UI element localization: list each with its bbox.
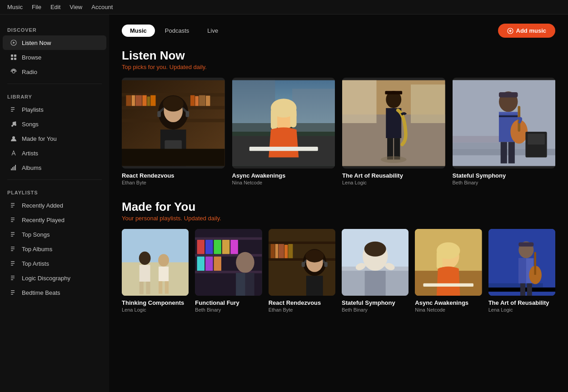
svg-point-102 bbox=[139, 252, 151, 265]
mfy-card-thinking-components[interactable]: Thinking Components Lena Logic bbox=[122, 229, 189, 313]
tab-live[interactable]: Live bbox=[199, 25, 226, 37]
sidebar-item-playlists[interactable]: Playlists bbox=[3, 102, 106, 117]
top-songs-label: Top Songs bbox=[22, 231, 50, 238]
svg-rect-29 bbox=[11, 261, 15, 262]
mfy-stateful-artist: Beth Binary bbox=[342, 307, 409, 313]
menu-account[interactable]: Account bbox=[91, 4, 113, 10]
top-albums-label: Top Albums bbox=[22, 246, 52, 253]
mfy-card-art-reusability[interactable]: The Art of Reusability Lena Logic bbox=[488, 229, 555, 313]
svg-rect-107 bbox=[159, 267, 169, 281]
card-art-reusability-title: The Art of Reusability bbox=[342, 172, 445, 179]
sidebar-item-top-songs[interactable]: Top Songs bbox=[3, 227, 106, 242]
svg-rect-50 bbox=[150, 95, 155, 106]
svg-rect-72 bbox=[249, 147, 318, 151]
svg-rect-49 bbox=[147, 96, 150, 106]
svg-rect-20 bbox=[11, 218, 15, 218]
svg-rect-133 bbox=[288, 244, 293, 258]
mfy-art-title: The Art of Reusability bbox=[488, 299, 555, 306]
svg-point-11 bbox=[15, 124, 16, 126]
sidebar-item-bedtime-beats[interactable]: Bedtime Beats bbox=[3, 285, 106, 300]
card-art-reusability-img bbox=[342, 78, 445, 169]
listen-now-subtitle: Top picks for you. Updated daily. bbox=[122, 64, 555, 70]
tab-podcasts[interactable]: Podcasts bbox=[157, 25, 197, 37]
svg-rect-23 bbox=[11, 232, 15, 233]
card-art-reusability[interactable]: The Art of Reusability Lena Logic bbox=[342, 78, 445, 185]
svg-rect-103 bbox=[140, 265, 150, 282]
made-for-you-label: Made for You bbox=[22, 135, 57, 142]
svg-rect-5 bbox=[14, 58, 16, 60]
svg-rect-131 bbox=[279, 244, 284, 258]
card-react-rendezvous-title: React Rendezvous bbox=[122, 172, 225, 179]
browse-icon bbox=[10, 54, 17, 61]
artists-label: Artists bbox=[22, 150, 38, 157]
svg-rect-24 bbox=[11, 234, 15, 235]
svg-rect-95 bbox=[500, 142, 507, 164]
sidebar-item-logic-discography[interactable]: Logic Discography bbox=[3, 271, 106, 285]
svg-rect-117 bbox=[222, 240, 230, 254]
sidebar-item-artists[interactable]: Artists bbox=[3, 146, 106, 160]
svg-rect-132 bbox=[284, 245, 288, 258]
svg-rect-53 bbox=[199, 95, 205, 106]
listen-now-section: Listen Now Top picks for you. Updated da… bbox=[122, 49, 555, 185]
mfy-card-async-awakenings[interactable]: Async Awakenings Nina Netcode bbox=[415, 229, 482, 313]
sidebar-item-browse[interactable]: Browse bbox=[3, 50, 106, 65]
recently-played-icon bbox=[10, 216, 17, 223]
svg-rect-62 bbox=[122, 149, 225, 166]
card-stateful-symphony-img bbox=[453, 78, 556, 169]
main-layout: Discover Listen Now Browse Radio Library bbox=[0, 15, 568, 392]
card-async-awakenings-title: Async Awakenings bbox=[232, 172, 335, 179]
menu-edit[interactable]: Edit bbox=[50, 4, 60, 10]
card-async-awakenings[interactable]: Async Awakenings Nina Netcode bbox=[232, 78, 335, 185]
card-async-awakenings-artist: Nina Netcode bbox=[232, 180, 335, 185]
card-stateful-symphony-title: Stateful Symphony bbox=[453, 172, 556, 179]
mfy-card-react-rendezvous[interactable]: React Rendezvous Ethan Byte bbox=[269, 229, 335, 313]
svg-rect-4 bbox=[11, 58, 13, 60]
svg-rect-17 bbox=[11, 203, 15, 204]
svg-rect-115 bbox=[205, 240, 213, 254]
mfy-card-functional-fury[interactable]: Functional Fury Beth Binary bbox=[195, 229, 262, 313]
menu-view[interactable]: View bbox=[70, 4, 82, 10]
svg-rect-71 bbox=[290, 108, 296, 127]
svg-rect-124 bbox=[236, 273, 245, 296]
sidebar-item-radio[interactable]: Radio bbox=[3, 65, 106, 79]
sidebar-item-recently-added[interactable]: Recently Added bbox=[3, 198, 106, 213]
sidebar-item-albums[interactable]: Albums bbox=[3, 160, 106, 175]
albums-label: Albums bbox=[22, 164, 41, 171]
sidebar-item-made-for-you[interactable]: Made for You bbox=[3, 131, 106, 146]
svg-rect-33 bbox=[11, 278, 15, 278]
svg-rect-119 bbox=[197, 257, 205, 271]
svg-rect-37 bbox=[11, 294, 13, 295]
made-for-you-icon bbox=[10, 135, 17, 142]
add-music-button[interactable]: Add music bbox=[498, 24, 555, 38]
svg-rect-66 bbox=[292, 89, 335, 132]
mfy-card-stateful-symphony[interactable]: Stateful Symphony Beth Binary bbox=[342, 229, 409, 313]
svg-rect-121 bbox=[214, 257, 222, 271]
mfy-stateful-title: Stateful Symphony bbox=[342, 299, 409, 306]
card-stateful-symphony-artist: Beth Binary bbox=[453, 180, 556, 185]
svg-rect-98 bbox=[528, 134, 545, 145]
svg-rect-78 bbox=[385, 91, 402, 94]
sidebar-item-songs[interactable]: Songs bbox=[3, 117, 106, 131]
svg-rect-27 bbox=[11, 248, 15, 249]
svg-point-59 bbox=[163, 96, 184, 112]
made-for-you-section: Made for You Your personal playlists. Up… bbox=[122, 200, 555, 313]
svg-rect-104 bbox=[140, 282, 144, 294]
svg-rect-118 bbox=[231, 240, 239, 254]
svg-rect-135 bbox=[301, 262, 304, 267]
svg-rect-13 bbox=[11, 169, 12, 170]
svg-rect-111 bbox=[195, 237, 262, 240]
sidebar-item-recently-played[interactable]: Recently Played bbox=[3, 213, 106, 227]
sidebar-item-top-albums[interactable]: Top Albums bbox=[3, 242, 106, 256]
svg-rect-96 bbox=[508, 142, 514, 164]
tab-music[interactable]: Music bbox=[122, 25, 155, 37]
sidebar: Discover Listen Now Browse Radio Library bbox=[0, 15, 109, 392]
sidebar-item-listen-now[interactable]: Listen Now bbox=[3, 35, 106, 50]
card-react-rendezvous[interactable]: React Rendezvous Ethan Byte bbox=[122, 78, 225, 185]
sidebar-item-top-artists[interactable]: Top Artists bbox=[3, 256, 106, 271]
svg-marker-1 bbox=[13, 42, 15, 44]
card-stateful-symphony[interactable]: Stateful Symphony Beth Binary bbox=[453, 78, 556, 185]
card-async-awakenings-img bbox=[232, 78, 335, 169]
menu-music[interactable]: Music bbox=[7, 4, 23, 10]
menu-file[interactable]: File bbox=[32, 4, 41, 10]
svg-point-10 bbox=[11, 125, 13, 127]
